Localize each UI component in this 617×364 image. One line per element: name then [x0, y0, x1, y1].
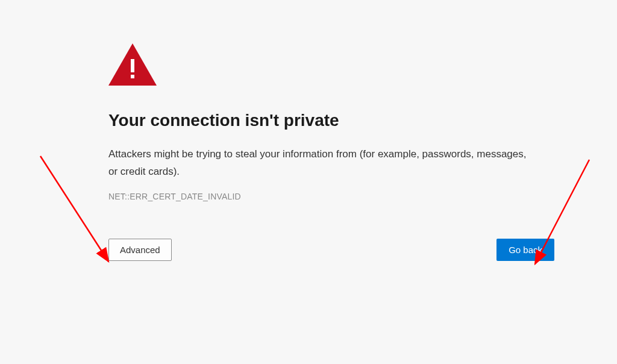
svg-rect-1: [131, 59, 134, 72]
warning-description-prefix: Attackers might be trying to steal your …: [108, 148, 360, 160]
error-code: NET::ERR_CERT_DATE_INVALID: [108, 192, 554, 201]
go-back-button[interactable]: Go back: [496, 239, 554, 261]
advanced-button[interactable]: Advanced: [108, 239, 172, 261]
button-row: Advanced Go back: [108, 239, 554, 261]
warning-triangle-icon: [108, 43, 554, 88]
svg-rect-2: [131, 75, 134, 78]
svg-line-4: [40, 156, 108, 262]
warning-description: Attackers might be trying to steal your …: [108, 146, 530, 181]
annotation-arrow-left: [37, 153, 116, 271]
security-warning-panel: Your connection isn't private Attackers …: [108, 43, 554, 261]
warning-title: Your connection isn't private: [108, 111, 554, 130]
